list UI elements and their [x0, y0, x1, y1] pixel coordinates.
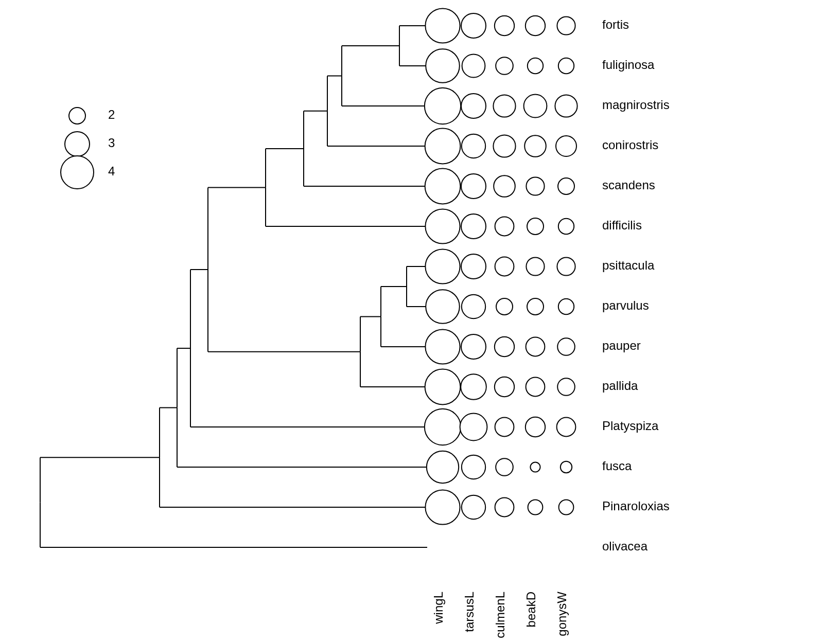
bubble-pallida-gonysW	[557, 378, 575, 396]
legend-bubble-2	[69, 108, 85, 124]
tip-label-fortis: fortis	[602, 17, 629, 31]
bubble-conirostris-tarsusL	[462, 134, 485, 158]
tip-label-Pinaroloxias: Pinaroloxias	[602, 499, 670, 513]
bubble-magnirostris-tarsusL	[461, 94, 486, 118]
bubble-magnirostris-culmenL	[493, 95, 515, 117]
bubble-fusca-beakD	[530, 462, 540, 472]
tip-label-conirostris: conirostris	[602, 138, 658, 152]
bubble-pauper-gonysW	[557, 338, 575, 355]
tip-label-psittacula: psittacula	[602, 258, 655, 272]
legend-label-2: 2	[108, 108, 115, 121]
bubble-scandens-culmenL	[494, 175, 515, 197]
bubble-pauper-wingL	[425, 329, 460, 364]
bubble-fortis-tarsusL	[461, 13, 486, 38]
tip-label-magnirostris: magnirostris	[602, 98, 670, 112]
bubble-Pinaroloxias-beakD	[528, 500, 543, 515]
bubble-psittacula-gonysW	[557, 257, 575, 275]
bubble-Platyspiza-beakD	[526, 417, 545, 437]
bubble-scandens-tarsusL	[461, 174, 486, 199]
bubble-fusca-wingL	[427, 451, 459, 483]
bubble-Platyspiza-culmenL	[495, 418, 514, 437]
bubble-Platyspiza-wingL	[425, 409, 461, 445]
bubble-psittacula-tarsusL	[461, 254, 486, 279]
bubble-difficilis-beakD	[527, 218, 544, 235]
trait-label-tarsusL: tarsusL	[462, 592, 476, 632]
bubble-Pinaroloxias-gonysW	[559, 500, 574, 515]
bubble-fortis-culmenL	[495, 16, 514, 35]
bubble-pallida-wingL	[425, 369, 461, 405]
bubble-parvulus-beakD	[527, 298, 544, 315]
bubble-psittacula-beakD	[526, 257, 544, 275]
bubble-fuliginosa-beakD	[528, 58, 543, 74]
tip-label-scandens: scandens	[602, 178, 655, 192]
tip-label-parvulus: parvulus	[602, 298, 649, 312]
legend-label-4: 4	[108, 164, 115, 178]
bubble-fortis-gonysW	[557, 16, 575, 34]
tip-label-fusca: fusca	[602, 459, 632, 473]
trait-label-culmenL: culmenL	[493, 592, 507, 638]
bubble-scandens-beakD	[526, 177, 544, 195]
bubble-psittacula-culmenL	[495, 257, 514, 276]
legend-bubble-4	[61, 156, 94, 189]
legend-label-3: 3	[108, 136, 115, 150]
bubble-fuliginosa-culmenL	[496, 57, 513, 75]
bubble-fortis-wingL	[425, 8, 460, 43]
tip-label-difficilis: difficilis	[602, 218, 642, 232]
tip-label-pallida: pallida	[602, 379, 638, 393]
bubble-conirostris-wingL	[425, 129, 461, 164]
tip-label-fuliginosa: fuliginosa	[602, 58, 655, 72]
bubble-difficilis-wingL	[425, 209, 460, 243]
bubble-difficilis-gonysW	[558, 219, 574, 234]
tip-label-olivacea: olivacea	[602, 539, 648, 553]
bubble-difficilis-tarsusL	[461, 214, 486, 239]
bubble-difficilis-culmenL	[495, 217, 514, 236]
trait-label-gonysW: gonysW	[555, 592, 569, 636]
bubble-pallida-culmenL	[495, 377, 514, 397]
bubble-Pinaroloxias-tarsusL	[462, 495, 485, 519]
bubble-fuliginosa-gonysW	[558, 58, 574, 74]
bubble-conirostris-culmenL	[493, 135, 515, 157]
bubble-fusca-tarsusL	[462, 455, 485, 479]
bubble-pallida-tarsusL	[461, 374, 486, 400]
bubble-magnirostris-wingL	[425, 88, 461, 124]
bubble-Platyspiza-tarsusL	[460, 414, 487, 441]
bubble-scandens-gonysW	[558, 178, 574, 194]
bubble-fuliginosa-tarsusL	[462, 55, 485, 78]
bubble-pallida-beakD	[526, 378, 545, 397]
bubble-pauper-beakD	[526, 337, 545, 356]
trait-label-wingL: wingL	[431, 592, 445, 625]
bubble-pauper-tarsusL	[461, 334, 486, 359]
bubble-fortis-beakD	[526, 16, 545, 35]
bubble-Platyspiza-gonysW	[557, 418, 576, 437]
bubble-fusca-culmenL	[496, 458, 513, 476]
legend-bubble-3	[65, 132, 90, 156]
bubble-scandens-wingL	[425, 169, 461, 204]
bubble-pauper-culmenL	[495, 337, 514, 356]
phylo-dotplot-chart: fortisfuliginosamagnirostrisconirostriss…	[0, 0, 840, 642]
bubble-parvulus-culmenL	[496, 298, 513, 315]
bubble-parvulus-tarsusL	[462, 295, 485, 318]
bubble-conirostris-gonysW	[556, 136, 576, 156]
tip-label-Platyspiza: Platyspiza	[602, 419, 659, 433]
bubble-psittacula-wingL	[425, 249, 460, 283]
bubble-parvulus-wingL	[426, 290, 460, 324]
bubble-Pinaroloxias-culmenL	[495, 498, 514, 517]
bubble-magnirostris-gonysW	[555, 95, 577, 117]
tip-label-pauper: pauper	[602, 338, 641, 352]
bubble-magnirostris-beakD	[524, 95, 547, 118]
trait-label-beakD: beakD	[524, 592, 538, 627]
bubble-fusca-gonysW	[561, 461, 572, 473]
bubble-Pinaroloxias-wingL	[425, 490, 460, 524]
bubble-conirostris-beakD	[524, 135, 546, 157]
bubble-parvulus-gonysW	[558, 299, 574, 314]
bubble-fuliginosa-wingL	[426, 49, 460, 83]
